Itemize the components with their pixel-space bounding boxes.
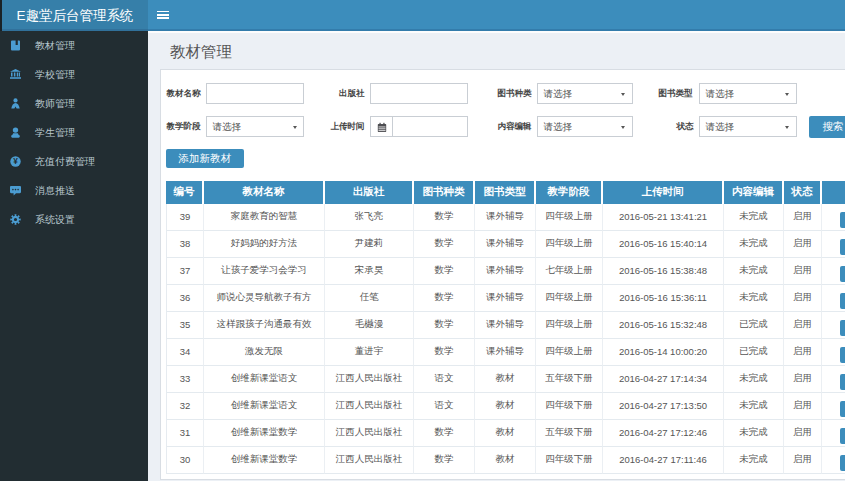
- svg-text:¥: ¥: [13, 157, 18, 166]
